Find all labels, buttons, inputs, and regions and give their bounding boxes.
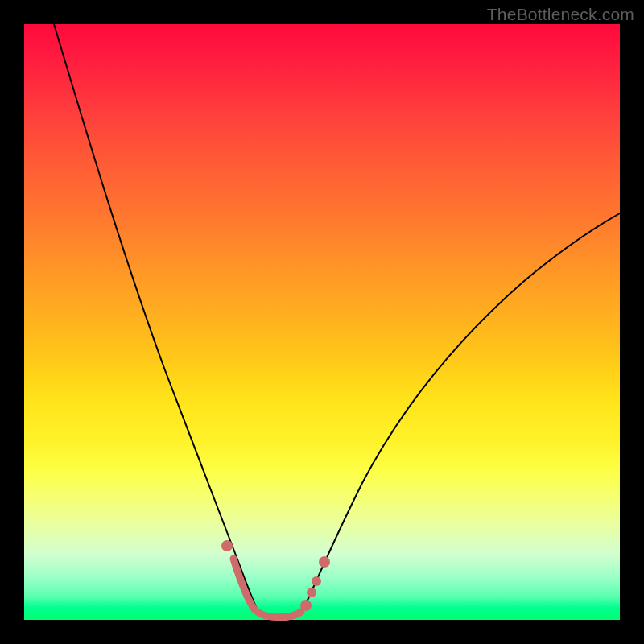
marker-dot bbox=[312, 576, 321, 586]
v-curve bbox=[24, 24, 620, 620]
marker-dot bbox=[221, 540, 233, 551]
chart-frame: TheBottleneck.com bbox=[0, 0, 644, 644]
marker-dot bbox=[307, 588, 316, 597]
curve-right-branch bbox=[303, 213, 620, 610]
marker-dot bbox=[319, 556, 330, 568]
marker-stroke bbox=[233, 559, 254, 609]
valley-markers bbox=[221, 540, 330, 617]
curve-left-branch bbox=[54, 24, 258, 610]
marker-dot bbox=[300, 600, 312, 611]
marker-stroke bbox=[258, 612, 301, 617]
watermark: TheBottleneck.com bbox=[487, 5, 634, 24]
